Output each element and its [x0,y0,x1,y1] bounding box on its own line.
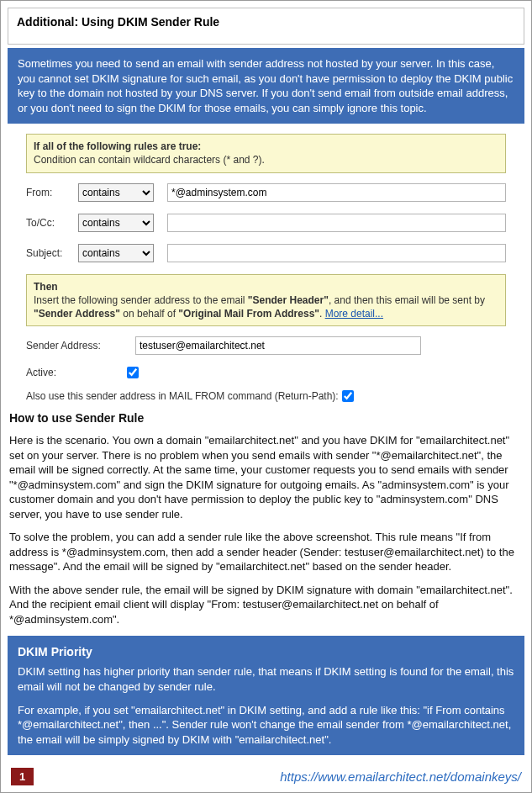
from-value-input[interactable] [167,183,506,202]
if-subtitle: Condition can contain wildcard character… [34,154,265,166]
page-title: Additional: Using DKIM Sender Rule [17,15,515,29]
active-row: Active: [26,367,506,378]
more-detail-link[interactable]: More detail... [325,308,383,320]
subject-label: Subject: [26,247,78,259]
rule-editor: If all of the following rules are true: … [8,124,524,405]
subject-row: Subject: contains [26,244,506,262]
sender-address-row: Sender Address: [26,336,506,355]
howto-p1: Here is the scenario. You own a domain "… [9,433,523,521]
tocc-value-input[interactable] [167,214,506,232]
subject-value-input[interactable] [167,244,506,262]
if-title: If all of the following rules are true: [34,140,201,152]
page-number: 1 [11,768,34,785]
then-label: Then [34,281,58,293]
then-text: Insert the following sender address to t… [34,294,485,320]
sender-address-input[interactable] [135,336,421,355]
intro-box: Sometimes you need to send an email with… [8,48,524,124]
return-path-checkbox[interactable] [342,390,354,402]
if-condition-box: If all of the following rules are true: … [26,134,506,172]
active-label: Active: [26,367,127,378]
page: Additional: Using DKIM Sender Rule Somet… [0,0,532,793]
sender-address-label: Sender Address: [26,340,127,352]
active-checkbox[interactable] [127,367,139,378]
tocc-operator-select[interactable]: contains [78,214,154,232]
howto-section: How to use Sender Rule Here is the scena… [9,410,523,626]
from-label: From: [26,187,78,198]
return-path-label: Also use this sender address in MAIL FRO… [26,390,339,402]
howto-p3: With the above sender rule, the email wi… [9,583,523,627]
priority-title: DKIM Priority [18,644,514,660]
priority-p1: DKIM setting has higher priority than se… [18,664,514,694]
section-header: Additional: Using DKIM Sender Rule [8,8,524,45]
footer-url: https://www.emailarchitect.net/domainkey… [280,769,521,784]
tocc-label: To/Cc: [26,217,78,229]
howto-p2: To solve the problem, you can add a send… [9,530,523,574]
intro-text: Sometimes you need to send an email with… [18,56,514,115]
from-operator-select[interactable]: contains [78,183,154,202]
then-action-box: Then Insert the following sender address… [26,274,506,327]
from-row: From: contains [26,183,506,202]
return-path-row: Also use this sender address in MAIL FRO… [26,390,506,402]
tocc-row: To/Cc: contains [26,214,506,232]
footer: 1 https://www.emailarchitect.net/domaink… [1,761,531,792]
subject-operator-select[interactable]: contains [78,244,154,262]
priority-box: DKIM Priority DKIM setting has higher pr… [8,636,524,756]
priority-p2: For example, if you set "emailarchitect.… [18,703,514,748]
howto-title: How to use Sender Rule [9,410,523,426]
